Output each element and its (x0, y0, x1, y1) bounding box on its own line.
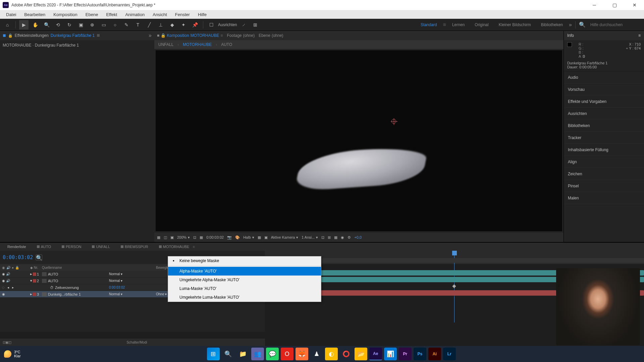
layer1-audio-icon[interactable]: 🔊 (6, 272, 10, 276)
hand-tool[interactable]: ✋ (31, 20, 40, 29)
timeline-search[interactable]: 🔍 (36, 254, 42, 260)
dropdown-item-alpha[interactable]: Alpha-Maske 'AUTO' (168, 267, 321, 276)
timeline-timecode[interactable]: 0:00:03:02 (3, 254, 33, 260)
layer3-color-swatch[interactable] (33, 293, 36, 296)
workspace-lernen[interactable]: Lernen (448, 21, 469, 28)
alpha-btn[interactable]: ▦ (157, 235, 160, 240)
taskbar-app3-icon[interactable]: 📊 (384, 348, 397, 360)
brush-tool[interactable]: ╱ (145, 20, 154, 29)
shape-ellipse-tool[interactable]: ○ (110, 20, 120, 29)
menu-ansicht[interactable]: Ansicht (149, 11, 170, 18)
eye-col-icon[interactable]: ◉ (2, 266, 5, 269)
snap-checkbox[interactable]: ☐ (207, 20, 216, 29)
accordion-malen[interactable]: Malen (564, 192, 644, 204)
anchor-point-icon[interactable] (391, 119, 396, 124)
dropdown-item-luma-inv[interactable]: Umgekehrte Luma-Maske 'AUTO' (168, 293, 321, 302)
effects-tab-label[interactable]: Effekteinstellungen (15, 33, 49, 38)
layer3-trkmat[interactable]: Ohne (156, 292, 164, 296)
res-btn[interactable]: ◫ (164, 235, 167, 240)
taskbar-explorer-icon[interactable]: 📁 (236, 348, 249, 360)
breadcrumb-unfall[interactable]: UNFALL (158, 42, 173, 47)
layer2-color-swatch[interactable] (33, 279, 36, 283)
taskbar-whatsapp-icon[interactable]: 💬 (266, 348, 279, 360)
menu-effekt[interactable]: Effekt (103, 11, 120, 18)
accordion-ausrichten[interactable]: Ausrichten (564, 108, 644, 120)
timeline-tab-bremsspur[interactable]: BREMSSPUR (116, 243, 153, 250)
layer1-name[interactable]: AUTO (48, 272, 58, 276)
puppet-tool[interactable]: 📌 (190, 20, 200, 29)
menu-datei[interactable]: Datei (3, 11, 19, 18)
vc-icon5[interactable]: ⚙ (347, 235, 351, 240)
solo-col-icon[interactable]: ● (12, 266, 14, 269)
taskbar-start-icon[interactable]: ⊞ (207, 348, 220, 360)
comp-tab-footage[interactable]: Footage (ohne) (227, 33, 255, 38)
vc-icon3[interactable]: ▦ (334, 235, 337, 240)
3d-btn[interactable]: ▣ (264, 235, 268, 240)
prop-value[interactable]: 0:00:03:02 (109, 286, 125, 289)
minimize-button[interactable]: ─ (588, 0, 601, 10)
work-area-bar[interactable] (265, 258, 644, 263)
timeline-footer-label[interactable]: Schalter/Modi (126, 341, 147, 344)
accordion-zeichen[interactable]: Zeichen (564, 168, 644, 180)
label-col-icon[interactable]: ◆ (30, 266, 33, 269)
stopwatch-icon[interactable]: ⏱ (50, 286, 54, 290)
layer3-name[interactable]: Dunkelg...rbfläche 1 (48, 292, 81, 296)
taskbar-lr-icon[interactable]: Lr (443, 348, 456, 360)
layer3-eye-icon[interactable]: ◉ (1, 292, 5, 296)
close-button[interactable]: ✕ (628, 0, 641, 10)
selection-tool[interactable]: ▶ (19, 20, 29, 29)
layer1-eye-icon[interactable]: ◉ (1, 272, 5, 276)
help-search-input[interactable] (588, 21, 641, 28)
grid-btn[interactable]: ▦ (200, 235, 203, 240)
comp-tab-ebene[interactable]: Ebene (ohne) (259, 33, 283, 38)
workspace-original[interactable]: Original (471, 21, 492, 28)
roto-tool[interactable]: ✦ (179, 20, 188, 29)
shape-rect-tool[interactable]: ▭ (99, 20, 108, 29)
accordion-vorschau[interactable]: Vorschau (564, 83, 644, 96)
camera-dropdown[interactable]: Aktive Kamera ▾ (271, 235, 299, 240)
rotate-tool[interactable]: ↻ (65, 20, 74, 29)
taskbar-ps-icon[interactable]: Ps (414, 348, 426, 360)
prop-name[interactable]: Zeitverzerrung (55, 286, 79, 290)
menu-animation[interactable]: Animation (122, 11, 148, 18)
zoom-tool[interactable]: 🔍 (42, 20, 51, 29)
taskbar-ai-icon[interactable]: Ai (428, 348, 441, 360)
layer2-name[interactable]: AUTO (48, 279, 58, 283)
camera-tool[interactable]: ▣ (76, 20, 86, 29)
workspace-kleiner[interactable]: Kleiner Bildschirm (495, 21, 535, 28)
taskbar-firefox-icon[interactable]: 🦊 (296, 348, 308, 360)
taskbar-ae-icon[interactable]: Ae (369, 348, 382, 360)
weather-icon[interactable] (4, 350, 11, 358)
timeline-tab-auto[interactable]: AUTO (32, 243, 56, 250)
playhead-icon[interactable] (452, 251, 457, 255)
layer3-mode[interactable]: Normal (109, 292, 120, 296)
pen-tool[interactable]: ✎ (122, 20, 131, 29)
resolution-dropdown[interactable]: Halb ▾ (243, 235, 254, 240)
timeline-footer-icon2[interactable]: ▣ (5, 341, 8, 344)
workspace-standard[interactable]: Standard (417, 21, 441, 28)
workspace-bibliotheken[interactable]: Bibliotheken (537, 21, 567, 28)
snap-option-icon[interactable]: ⟋ (239, 20, 249, 29)
taskbar-opera-icon[interactable]: O (281, 348, 293, 360)
audio-col-icon[interactable]: 🔊 (6, 266, 10, 269)
timeline-tab-person[interactable]: PERSON (57, 243, 86, 250)
layer1-color-swatch[interactable] (33, 273, 36, 276)
channel-btn[interactable]: 🎨 (235, 235, 240, 240)
taskbar-app1-icon[interactable]: ♟ (310, 348, 323, 360)
dropdown-item-alpha-inv[interactable]: Umgekehrte Alpha-Maske 'AUTO' (168, 276, 321, 284)
accordion-pinsel[interactable]: Pinsel (564, 180, 644, 192)
vc-icon4[interactable]: ◉ (341, 235, 344, 240)
snapshot-btn[interactable]: 📷 (227, 235, 232, 240)
timeline-tab-renderliste[interactable]: Renderliste (3, 243, 31, 250)
menu-ebene[interactable]: Ebene (82, 11, 102, 18)
timeline-footer-icon1[interactable]: ⊡ (3, 341, 5, 344)
accordion-bibliotheken[interactable]: Bibliotheken (564, 120, 644, 132)
accordion-align[interactable]: Align (564, 156, 644, 168)
vc-icon2[interactable]: ⊞ (328, 235, 331, 240)
type-tool[interactable]: T (133, 20, 143, 29)
eraser-tool[interactable]: ◆ (167, 20, 177, 29)
taskbar-pr-icon[interactable]: Pr (399, 348, 412, 360)
breadcrumb-auto[interactable]: AUTO (221, 42, 232, 47)
composition-viewer[interactable] (156, 50, 562, 231)
timeline-tab-motorhaube[interactable]: MOTORHAUBE≡ (154, 243, 200, 250)
